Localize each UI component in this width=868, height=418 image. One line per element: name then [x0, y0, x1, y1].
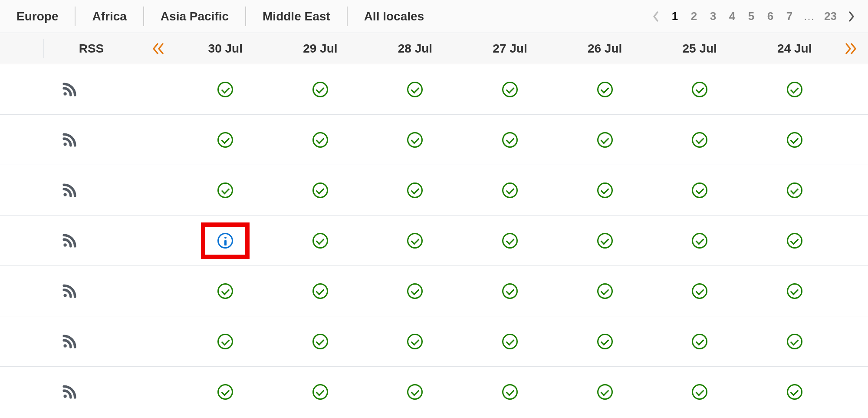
status-cell[interactable]	[178, 384, 273, 400]
page-7[interactable]: 7	[782, 8, 797, 25]
svg-point-5	[63, 344, 66, 347]
status-cell[interactable]	[273, 233, 368, 249]
page-last[interactable]: 23	[821, 8, 840, 25]
status-cell[interactable]	[747, 283, 842, 299]
page-5[interactable]: 5	[743, 8, 759, 25]
tab-all-locales[interactable]: All locales	[348, 7, 441, 26]
tab-middle-east[interactable]: Middle East	[246, 7, 348, 26]
status-ok-icon	[597, 384, 613, 400]
status-cell[interactable]	[747, 233, 842, 249]
date-prev-button[interactable]	[139, 42, 178, 55]
status-cell[interactable]	[273, 182, 368, 198]
status-ok-icon	[787, 132, 802, 148]
tab-asia-pacific[interactable]: Asia Pacific	[144, 7, 246, 26]
status-ok-icon	[787, 233, 802, 249]
status-cell[interactable]	[273, 283, 368, 299]
date-col-1: 29 Jul	[273, 42, 368, 56]
status-cell[interactable]	[463, 283, 558, 299]
status-cell[interactable]	[652, 334, 747, 349]
status-cell[interactable]	[557, 132, 652, 148]
page-1[interactable]: 1	[667, 8, 683, 25]
status-cell[interactable]	[368, 82, 463, 97]
status-cell[interactable]	[273, 82, 368, 97]
status-cell[interactable]	[652, 82, 747, 97]
status-ok-icon	[407, 82, 423, 97]
status-ok-icon	[312, 334, 328, 349]
status-cell[interactable]	[178, 222, 273, 259]
region-tabs: Europe Africa Asia Pacific Middle East A…	[0, 0, 441, 33]
status-cell[interactable]	[652, 283, 747, 299]
status-ok-icon	[597, 334, 613, 349]
status-cell[interactable]	[368, 384, 463, 400]
status-ok-icon	[597, 82, 613, 97]
status-rows	[0, 64, 868, 417]
page-next-icon[interactable]	[844, 9, 859, 24]
status-cell[interactable]	[178, 283, 273, 299]
status-cell[interactable]	[747, 182, 842, 198]
status-cell[interactable]	[652, 233, 747, 249]
status-cell[interactable]	[557, 334, 652, 349]
status-ok-icon	[787, 334, 802, 349]
status-ok-icon	[407, 233, 423, 249]
status-cell[interactable]	[747, 384, 842, 400]
status-cell[interactable]	[178, 182, 273, 198]
status-cell[interactable]	[557, 82, 652, 97]
status-cell[interactable]	[557, 182, 652, 198]
status-cell[interactable]	[368, 233, 463, 249]
rss-link[interactable]	[43, 385, 95, 399]
page-prev-icon[interactable]	[648, 9, 664, 24]
status-ok-icon	[692, 334, 707, 349]
status-cell[interactable]	[273, 384, 368, 400]
status-cell[interactable]	[273, 132, 368, 148]
page-3[interactable]: 3	[705, 8, 721, 25]
status-cell[interactable]	[747, 132, 842, 148]
rss-link[interactable]	[43, 82, 95, 97]
status-ok-icon	[692, 182, 707, 198]
status-cell[interactable]	[463, 233, 558, 249]
status-cell[interactable]	[463, 384, 558, 400]
status-cell[interactable]	[368, 182, 463, 198]
status-cell[interactable]	[747, 82, 842, 97]
status-ok-icon	[597, 132, 613, 148]
page-2[interactable]: 2	[686, 8, 702, 25]
date-next-button[interactable]	[842, 42, 868, 55]
status-ok-icon	[502, 334, 518, 349]
status-cell[interactable]	[463, 334, 558, 349]
rss-link[interactable]	[43, 233, 95, 248]
status-cell[interactable]	[178, 132, 273, 148]
status-cell[interactable]	[463, 82, 558, 97]
rss-icon	[62, 385, 77, 399]
page-6[interactable]: 6	[763, 8, 778, 25]
status-cell[interactable]	[652, 182, 747, 198]
status-cell[interactable]	[747, 334, 842, 349]
status-cell[interactable]	[368, 283, 463, 299]
table-row	[0, 266, 868, 316]
tab-africa[interactable]: Africa	[76, 7, 144, 26]
status-ok-icon	[597, 283, 613, 299]
table-row	[0, 316, 868, 367]
tab-europe[interactable]: Europe	[0, 7, 76, 26]
status-ok-icon	[217, 132, 233, 148]
status-cell[interactable]	[368, 334, 463, 349]
status-cell[interactable]	[557, 233, 652, 249]
rss-link[interactable]	[43, 334, 95, 349]
rss-link[interactable]	[43, 133, 95, 147]
rss-link[interactable]	[43, 183, 95, 198]
status-cell[interactable]	[273, 334, 368, 349]
status-ok-icon	[597, 233, 613, 249]
status-ok-icon	[312, 182, 328, 198]
status-cell[interactable]	[652, 132, 747, 148]
status-cell[interactable]	[178, 334, 273, 349]
status-cell[interactable]	[368, 132, 463, 148]
status-cell[interactable]	[652, 384, 747, 400]
rss-link[interactable]	[43, 284, 95, 299]
rss-header: RSS	[43, 39, 139, 58]
status-cell[interactable]	[557, 283, 652, 299]
status-cell[interactable]	[463, 132, 558, 148]
status-cell[interactable]	[463, 182, 558, 198]
status-cell[interactable]	[557, 384, 652, 400]
status-ok-icon	[407, 334, 423, 349]
status-ok-icon	[312, 283, 328, 299]
page-4[interactable]: 4	[724, 8, 740, 25]
status-cell[interactable]	[178, 82, 273, 97]
